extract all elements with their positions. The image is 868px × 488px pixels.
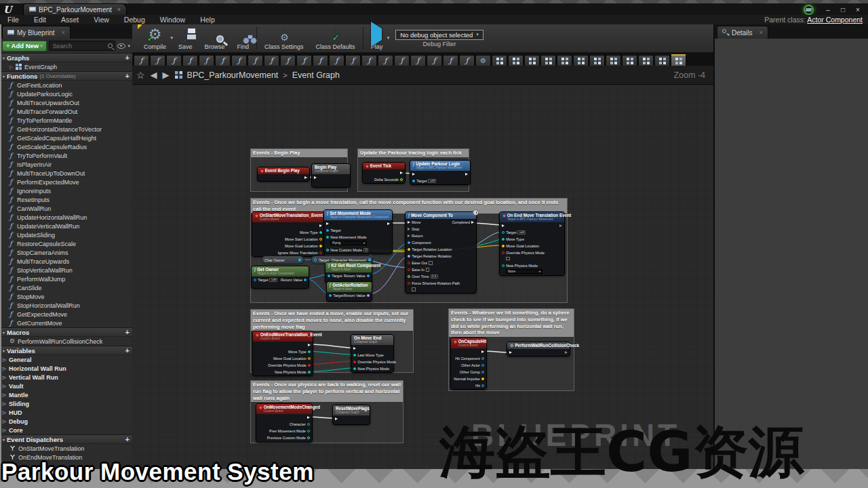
menu-item-view[interactable]: View <box>86 16 117 24</box>
close-icon[interactable]: × <box>850 5 865 15</box>
graph-tab-collapsed[interactable] <box>524 55 540 66</box>
object-pin[interactable] <box>307 423 310 426</box>
object-pin[interactable] <box>408 241 410 244</box>
object-pin[interactable] <box>367 274 370 277</box>
vector-pin[interactable] <box>408 248 410 251</box>
int-pin[interactable] <box>307 436 310 439</box>
expander-icon[interactable]: ▷ <box>3 384 6 389</box>
exec-pin[interactable] <box>314 176 317 179</box>
expander-icon[interactable]: ▷ <box>3 428 6 433</box>
comment-title[interactable]: Events - Whatever we hit something, do a… <box>449 309 574 337</box>
functions-item-getscaledcapsulehalfheight[interactable]: ƒGetScaledCapsuleHalfHeight <box>0 134 132 142</box>
bool-pin[interactable] <box>308 364 311 367</box>
minimize-icon[interactable]: – <box>821 5 835 15</box>
graph-tab-function[interactable]: ƒ <box>296 55 312 66</box>
variables-item-vault[interactable]: ▷Vault <box>0 382 132 390</box>
node-on-start-move-translation-event[interactable]: ◆OnStartMoveTranslation_EventCustom Even… <box>252 211 325 257</box>
close-details-icon[interactable]: × <box>760 29 763 36</box>
variables-item-debug[interactable]: ▷Debug <box>0 417 132 426</box>
float-pin[interactable] <box>400 178 403 181</box>
object-pin[interactable] <box>326 229 329 232</box>
node-header[interactable]: ◆OnMovementModeChangedCustom Event <box>256 404 312 414</box>
functions-item-performwalljump[interactable]: ƒPerformWallJump <box>0 274 132 283</box>
exec-pin[interactable] <box>408 235 410 237</box>
functions-item-ignoreinputs[interactable]: ƒIgnoreInputs <box>0 186 132 195</box>
graph-tab-function[interactable]: ƒ <box>394 55 410 66</box>
class-defaults-button[interactable]: ✓Class Defaults <box>310 24 361 52</box>
object-pin[interactable] <box>481 384 484 387</box>
exec-pin[interactable] <box>408 221 410 224</box>
object-pin[interactable] <box>481 357 484 360</box>
dropdown[interactable]: None▾ <box>506 269 542 274</box>
graph-tab-function[interactable]: ƒ <box>313 55 328 66</box>
node-header[interactable]: ◆OnStartMoveTranslation_EventCustom Even… <box>252 212 324 222</box>
value-box[interactable]: self <box>517 230 526 235</box>
node-set-movement-mode[interactable]: ƒSet Movement ModeTarget is Character Mo… <box>323 209 393 254</box>
add-graphs-button[interactable]: + <box>125 54 130 62</box>
nav-back-icon[interactable]: ◀ <box>151 70 157 80</box>
functions-item-restorecapsulescale[interactable]: ƒRestoreCapsuleScale <box>0 239 132 248</box>
node-on-end-move-translation-event[interactable]: ◆OnEndMoveTranslation_EventCustom EventM… <box>252 331 313 376</box>
graph-tab-collapsed[interactable] <box>492 55 507 66</box>
graph-tab-function[interactable]: ƒ <box>248 55 263 66</box>
node-on-move-end[interactable]: On Move EndCollapsed GraphLast Move Type… <box>351 334 394 373</box>
functions-item-resetinputs[interactable]: ƒResetInputs <box>0 195 132 204</box>
node-header[interactable]: ◆Event Begin Play <box>258 167 309 174</box>
exec-pin[interactable] <box>502 224 505 227</box>
functions-item-trytoperformvault[interactable]: ƒTryToPerformVault <box>0 151 132 160</box>
enum-pin[interactable] <box>307 430 310 432</box>
graph-tab-collapsed[interactable] <box>638 55 654 66</box>
graph-tab-collapsed[interactable] <box>589 55 605 66</box>
breadcrumb-root[interactable]: BPC_ParkourMovement <box>187 70 279 80</box>
graph-tab-function[interactable]: ƒ <box>345 55 361 66</box>
enum-pin[interactable] <box>353 354 356 357</box>
add-macros-button[interactable]: + <box>125 329 130 336</box>
tutorial-icon[interactable] <box>804 5 814 15</box>
node-header[interactable]: ◆OnEndMoveTranslation_EventCustom Event <box>253 331 313 342</box>
variables-item-general[interactable]: ▷General <box>0 355 132 364</box>
graph-tab-collapsed[interactable] <box>508 55 524 66</box>
graph-tab-function[interactable]: ƒ <box>182 55 198 66</box>
compile-button[interactable]: ⚙✓▾Compile <box>138 24 172 52</box>
node-header[interactable]: ƒGetActorRotationTarget is Actor <box>327 282 372 292</box>
node-on-end-move-translation-call[interactable]: ◆On End Move Translation EventTarget is … <box>499 211 565 276</box>
object-pin[interactable] <box>481 371 484 373</box>
object-pin[interactable] <box>368 258 371 261</box>
node-update-parkour-logic[interactable]: ƒUpdate Parkour LogicTarget is BPC Parko… <box>410 160 471 185</box>
vector-pin[interactable] <box>319 245 322 247</box>
value-box[interactable]: self <box>269 278 277 282</box>
graph-tab-function[interactable]: ƒ <box>199 55 214 66</box>
find-button[interactable]: Find <box>231 24 256 52</box>
node-begin-play[interactable]: Begin PlayCollapsed Graph <box>311 163 351 188</box>
node-header[interactable]: ⚙PerformWallRunCollisionCheck <box>507 342 570 349</box>
graph-tab-function[interactable]: ƒ <box>443 55 458 66</box>
functions-item-isplayerinair[interactable]: ƒIsPlayerInAir <box>0 160 132 169</box>
play-button[interactable]: ▾Play <box>365 24 389 52</box>
comment-title[interactable]: Update the Parkour tracing logic each ti… <box>358 149 469 157</box>
bool-pin[interactable] <box>319 251 322 254</box>
value-box[interactable]: 0.4 <box>431 274 438 279</box>
graph-tab-function[interactable]: ƒ <box>166 55 182 66</box>
expander-icon[interactable]: ▷ <box>3 410 6 415</box>
graph-tab-function[interactable]: ƒ <box>378 55 393 66</box>
menu-item-help[interactable]: Help <box>193 16 222 24</box>
functions-item-stophorizontalwallrun[interactable]: ƒStopHorizontalWallRun <box>0 301 132 310</box>
node-get-owner[interactable]: ƒGet OwnerTarget is Actor ComponentTarge… <box>251 266 309 289</box>
node-header[interactable]: Begin PlayCollapsed Graph <box>312 164 350 174</box>
event-dispatchers-item-onstartmovetranslation[interactable]: OnStartMoveTranslation <box>0 444 132 453</box>
variables-item-sliding[interactable]: ▷Sliding <box>0 399 132 408</box>
document-tab[interactable]: BPC_ParkourMovement × <box>23 3 127 15</box>
vector-pin[interactable] <box>502 245 505 247</box>
variables-item-vertical-wall-run[interactable]: ▷Vertical Wall Run <box>0 373 132 382</box>
checkbox[interactable] <box>426 268 430 272</box>
event-graph-canvas[interactable]: Events - Begin PlayUpdate the Parkour tr… <box>132 85 713 469</box>
class-settings-button[interactable]: ⚙Class Settings <box>258 24 310 52</box>
node-header[interactable]: On Move EndCollapsed Graph <box>351 335 393 345</box>
expander-icon[interactable]: ▷ <box>3 357 6 363</box>
menu-item-window[interactable]: Window <box>153 16 193 24</box>
section-header-functions[interactable]: ▾Functions(1 Overridable)+ <box>0 71 132 81</box>
functions-item-performexpectedmove[interactable]: ƒPerformExpectedMove <box>0 178 132 186</box>
node-header[interactable]: ƒUpdate Parkour LogicTarget is BPC Parko… <box>410 161 470 171</box>
browse-button[interactable]: Browse <box>199 24 231 52</box>
functions-item-getexpectedmove[interactable]: ƒGetExpectedMove <box>0 310 132 319</box>
